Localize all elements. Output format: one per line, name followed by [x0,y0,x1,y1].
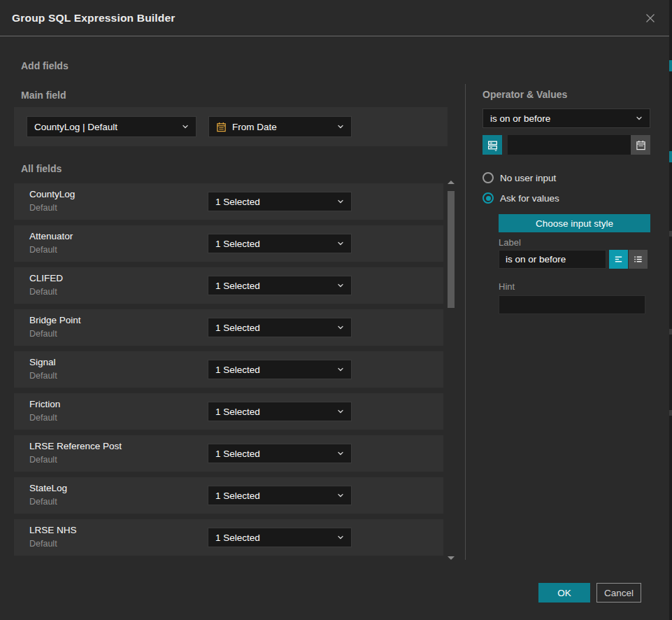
field-selection-select[interactable]: 1 Selected [208,486,352,505]
field-sublabel: Default [29,287,57,297]
field-selection-select[interactable]: 1 Selected [208,234,352,253]
field-row: CLIFED Default 1 Selected [14,267,443,304]
field-name: Friction [29,399,60,409]
operator-values-panel: Operator & Values is on or before [482,84,650,314]
field-selection-select[interactable]: 1 Selected [208,402,352,421]
chevron-down-icon [636,115,643,122]
radio-label: No user input [500,173,556,183]
field-selection-select[interactable]: 1 Selected [208,444,352,463]
field-row: Bridge Point Default 1 Selected [14,309,443,346]
radio-label: Ask for values [500,193,559,204]
operator-values-heading: Operator & Values [482,89,650,100]
list-scrollbar [446,179,456,561]
field-name: Bridge Point [29,315,81,325]
field-name: LRSE NHS [29,525,77,535]
field-selection-select[interactable]: 1 Selected [208,318,352,337]
field-name: StateLog [29,483,67,493]
ask-for-values-section: Choose input style Label [499,214,650,314]
field-selection-value: 1 Selected [215,407,260,417]
chevron-down-icon [337,240,344,247]
close-icon [643,11,657,25]
chevron-down-icon [337,282,344,289]
edge-artifact [669,329,672,334]
field-name: Signal [29,357,56,367]
list-style-button[interactable] [629,250,648,269]
group-sql-expression-builder-dialog: Group SQL Expression Builder Add fields … [0,0,672,620]
field-selection-select[interactable]: 1 Selected [208,192,352,211]
radio-circle-icon [482,172,494,183]
field-sublabel: Default [29,539,57,549]
cancel-button[interactable]: Cancel [596,583,641,603]
operator-select[interactable]: is on or before [482,108,650,128]
bullet-list-icon [633,254,643,265]
unique-values-button[interactable] [482,135,502,155]
field-selection-select[interactable]: 1 Selected [208,528,352,547]
field-name: LRSE Reference Post [29,441,122,451]
field-selection-value: 1 Selected [215,239,260,249]
field-sublabel: Default [29,371,57,381]
date-value-input[interactable] [508,135,631,155]
single-line-style-button[interactable] [609,250,628,269]
main-field-select[interactable]: From Date [208,116,352,137]
main-field-band: CountyLog | Default From Date [14,107,448,146]
edge-artifact [669,151,672,162]
date-value-row [482,135,650,155]
field-row: LRSE NHS Default 1 Selected [14,519,443,556]
field-name: CLIFED [29,273,63,283]
chevron-down-icon [337,450,344,457]
date-field-calendar-icon [216,122,227,132]
chevron-down-icon [337,492,344,499]
hint-input[interactable] [499,295,645,314]
field-selection-value: 1 Selected [215,323,260,333]
field-sublabel: Default [29,329,57,339]
user-input-radios: No user input Ask for values [482,172,650,204]
field-row: CountyLog Default 1 Selected [14,183,443,220]
field-sublabel: Default [29,497,57,507]
chevron-down-icon [337,408,344,415]
all-fields-heading: All fields [21,163,62,174]
field-sublabel: Default [29,203,57,213]
field-row: LRSE Reference Post Default 1 Selected [14,435,443,472]
dialog-title: Group SQL Expression Builder [12,12,176,24]
scroll-down-icon[interactable] [448,556,455,560]
scroll-up-icon[interactable] [448,181,455,184]
field-selection-value: 1 Selected [215,533,260,543]
edge-artifact [669,410,672,416]
field-name: CountyLog [29,189,75,199]
chevron-down-icon [337,534,344,541]
radio-circle-icon [482,192,494,204]
layer-select[interactable]: CountyLog | Default [27,116,196,137]
main-field-heading: Main field [21,90,66,101]
field-sublabel: Default [29,245,57,255]
chevron-down-icon [337,324,344,331]
field-row: Attenuator Default 1 Selected [14,225,443,262]
choose-input-style-button[interactable]: Choose input style [499,214,650,232]
operator-select-value: is on or before [490,113,550,124]
chevron-down-icon [337,366,344,373]
chevron-down-icon [337,198,344,205]
label-input[interactable] [499,250,606,269]
add-fields-heading: Add fields [21,60,69,71]
field-selection-select[interactable]: 1 Selected [208,360,352,379]
dialog-header: Group SQL Expression Builder [0,0,672,36]
scrollbar-thumb[interactable] [448,191,455,308]
align-left-icon [613,254,624,265]
ok-button[interactable]: OK [538,583,590,603]
chevron-down-icon [182,123,189,130]
field-name: Attenuator [29,231,73,241]
close-button[interactable] [643,10,658,26]
radio-option[interactable]: No user input [482,172,650,183]
date-picker-button[interactable] [631,135,650,155]
screen-edge-strip [669,0,672,620]
unique-values-icon [487,139,499,151]
field-selection-value: 1 Selected [215,365,260,375]
radio-option[interactable]: Ask for values [482,192,650,204]
chevron-down-icon [337,123,344,130]
calendar-icon [636,140,646,150]
field-selection-value: 1 Selected [215,449,260,459]
field-row: Signal Default 1 Selected [14,351,443,388]
field-selection-select[interactable]: 1 Selected [208,276,352,295]
label-row [499,250,650,269]
all-fields-list: CountyLog Default 1 Selected Attenuator … [14,183,443,561]
field-selection-value: 1 Selected [215,491,260,501]
